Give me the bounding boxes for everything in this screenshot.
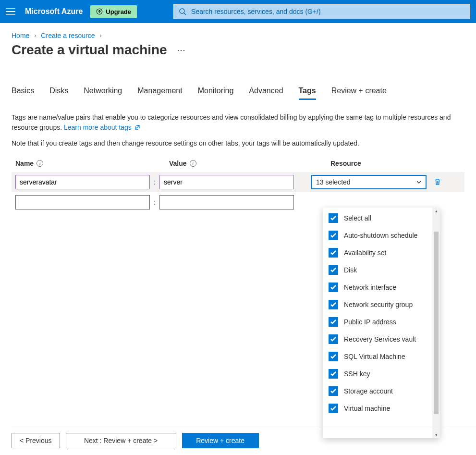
colon-separator: : bbox=[150, 178, 159, 186]
tab-monitoring[interactable]: Monitoring bbox=[198, 84, 234, 100]
search-icon bbox=[179, 8, 186, 15]
tag-row: : 13 selected bbox=[12, 172, 464, 192]
brand-label[interactable]: Microsoft Azure bbox=[25, 7, 83, 16]
breadcrumb: Home › Create a resource › bbox=[12, 32, 464, 39]
top-bar: Microsoft Azure Upgrade bbox=[0, 0, 476, 23]
chevron-down-icon bbox=[416, 179, 422, 185]
info-icon[interactable]: i bbox=[37, 160, 43, 167]
tab-tags[interactable]: Tags bbox=[299, 84, 316, 100]
tags-note: Note that if you create tags and then ch… bbox=[12, 139, 464, 147]
delete-tag-button[interactable] bbox=[433, 177, 442, 187]
tag-value-input[interactable] bbox=[159, 175, 294, 189]
dropdown-item[interactable]: Virtual machine bbox=[323, 400, 432, 417]
tab-networking[interactable]: Networking bbox=[84, 84, 122, 100]
footer-divider bbox=[12, 427, 476, 427]
dropdown-item[interactable]: Network security group bbox=[323, 296, 432, 313]
dropdown-list: Select all Auto-shutdown schedule Availa… bbox=[323, 208, 432, 438]
col-name-header: Name bbox=[15, 160, 34, 167]
previous-button[interactable]: < Previous bbox=[12, 433, 60, 448]
resource-dropdown-panel: Select all Auto-shutdown schedule Availa… bbox=[323, 208, 440, 438]
checkbox-checked-icon bbox=[329, 369, 338, 379]
dropdown-item[interactable]: Network interface bbox=[323, 279, 432, 296]
dropdown-item[interactable]: SQL Virtual Machine bbox=[323, 348, 432, 365]
dropdown-item[interactable]: SSH key bbox=[323, 365, 432, 382]
breadcrumb-home[interactable]: Home bbox=[12, 32, 29, 39]
checkbox-checked-icon bbox=[329, 404, 338, 413]
tab-disks[interactable]: Disks bbox=[49, 84, 68, 100]
info-icon[interactable]: i bbox=[190, 160, 196, 167]
col-resource-header: Resource bbox=[330, 160, 361, 167]
checkbox-checked-icon bbox=[329, 283, 338, 292]
tag-name-input[interactable] bbox=[15, 195, 150, 209]
tab-advanced[interactable]: Advanced bbox=[249, 84, 283, 100]
dropdown-item[interactable]: Public IP address bbox=[323, 313, 432, 331]
tag-name-input[interactable] bbox=[15, 175, 150, 189]
checkbox-checked-icon bbox=[329, 334, 338, 344]
checkbox-checked-icon bbox=[329, 213, 338, 223]
dropdown-item[interactable]: Storage account bbox=[323, 382, 432, 400]
resource-dropdown-label: 13 selected bbox=[316, 178, 351, 186]
checkbox-checked-icon bbox=[329, 265, 338, 275]
svg-line-2 bbox=[184, 13, 186, 15]
learn-more-link[interactable]: Learn more about tags bbox=[64, 123, 140, 131]
search-input[interactable] bbox=[190, 7, 465, 16]
tab-bar: Basics Disks Networking Management Monit… bbox=[12, 84, 464, 100]
external-link-icon bbox=[134, 124, 140, 130]
footer-actions: < Previous Next : Review + create > Revi… bbox=[12, 433, 259, 448]
checkbox-checked-icon bbox=[329, 231, 338, 240]
scroll-thumb[interactable] bbox=[434, 232, 439, 414]
dropdown-item[interactable]: Auto-shutdown schedule bbox=[323, 227, 432, 244]
dropdown-item-select-all[interactable]: Select all bbox=[323, 209, 432, 227]
checkbox-checked-icon bbox=[329, 352, 338, 361]
upgrade-label: Upgrade bbox=[106, 8, 131, 15]
tags-description: Tags are name/value pairs that enable yo… bbox=[12, 112, 464, 133]
menu-icon[interactable] bbox=[6, 6, 17, 17]
breadcrumb-create-resource[interactable]: Create a resource bbox=[41, 32, 95, 39]
colon-separator: : bbox=[150, 198, 159, 206]
tab-basics[interactable]: Basics bbox=[12, 84, 34, 100]
svg-point-1 bbox=[180, 9, 184, 13]
chevron-right-icon: › bbox=[99, 32, 101, 39]
checkbox-checked-icon bbox=[329, 386, 338, 396]
scroll-up-icon[interactable]: ▴ bbox=[435, 209, 438, 213]
checkbox-checked-icon bbox=[329, 300, 338, 309]
dropdown-item[interactable]: Availability set bbox=[323, 244, 432, 261]
upgrade-button[interactable]: Upgrade bbox=[90, 5, 137, 18]
chevron-right-icon: › bbox=[34, 32, 36, 39]
scroll-down-icon[interactable]: ▾ bbox=[435, 432, 438, 437]
tab-management[interactable]: Management bbox=[137, 84, 182, 100]
tab-review[interactable]: Review + create bbox=[331, 84, 387, 100]
page-title: Create a virtual machine bbox=[12, 42, 167, 58]
tags-table: Namei Valuei Resource : 13 selected : bbox=[12, 160, 464, 212]
upgrade-icon bbox=[96, 8, 103, 15]
resource-dropdown[interactable]: 13 selected bbox=[311, 175, 427, 189]
checkbox-checked-icon bbox=[329, 248, 338, 258]
more-icon[interactable]: ⋯ bbox=[177, 45, 185, 55]
next-button[interactable]: Next : Review + create > bbox=[66, 433, 176, 448]
dropdown-item[interactable]: Recovery Services vault bbox=[323, 331, 432, 348]
checkbox-checked-icon bbox=[329, 317, 338, 327]
search-box[interactable] bbox=[173, 4, 470, 19]
tag-value-input[interactable] bbox=[159, 195, 294, 209]
scrollbar[interactable]: ▴ ▾ bbox=[432, 208, 440, 438]
review-create-button[interactable]: Review + create bbox=[182, 433, 259, 448]
col-value-header: Value bbox=[169, 160, 187, 167]
dropdown-item[interactable]: Disk bbox=[323, 261, 432, 279]
